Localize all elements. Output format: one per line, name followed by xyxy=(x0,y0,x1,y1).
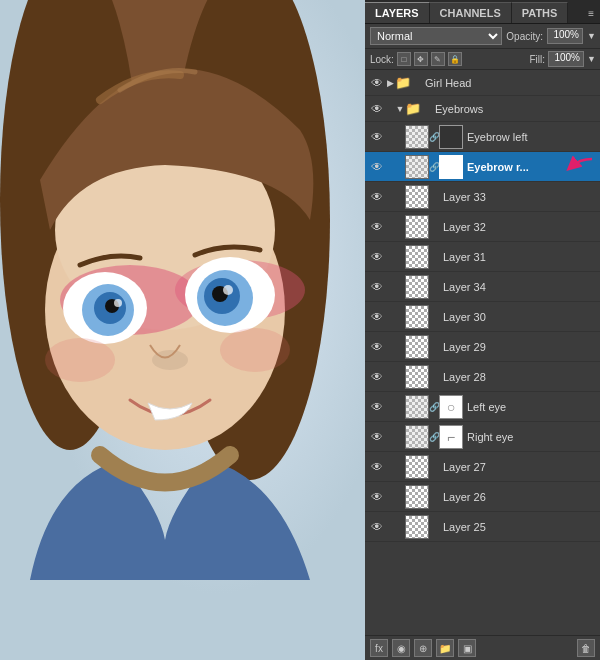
adjustment-layer-button[interactable]: ⊕ xyxy=(414,639,432,657)
svg-point-20 xyxy=(45,338,115,382)
svg-point-13 xyxy=(223,285,233,295)
panel-menu-button[interactable]: ≡ xyxy=(582,4,600,23)
opacity-input[interactable]: 100% xyxy=(547,28,583,44)
tab-bar: LAYERS CHANNELS PATHS ≡ xyxy=(365,0,600,24)
thumb-30 xyxy=(405,305,429,329)
chain-right-eye: 🔗 xyxy=(429,432,439,442)
layer-33[interactable]: 👁 Layer 33 xyxy=(365,182,600,212)
layer-28[interactable]: 👁 Layer 28 xyxy=(365,362,600,392)
expand-eyebrows[interactable]: ▼ xyxy=(395,104,405,114)
new-group-button[interactable]: 📁 xyxy=(436,639,454,657)
ps-panel: LAYERS CHANNELS PATHS ≡ Normal Opacity: … xyxy=(365,0,600,660)
layer-name-33: Layer 33 xyxy=(439,191,596,203)
photo-area xyxy=(0,0,365,660)
visibility-girl-head[interactable]: 👁 xyxy=(369,75,385,91)
fill-input[interactable]: 100% xyxy=(548,51,584,67)
layer-name-28: Layer 28 xyxy=(439,371,596,383)
layer-left-eye[interactable]: 👁 🔗 ○ Left eye xyxy=(365,392,600,422)
layer-girl-head[interactable]: 👁 ▶ 📁 Girl Head xyxy=(365,70,600,96)
layer-32[interactable]: 👁 Layer 32 xyxy=(365,212,600,242)
thumb-25 xyxy=(405,515,429,539)
mask-left-eye: ○ xyxy=(439,395,463,419)
lock-image-button[interactable]: ✥ xyxy=(414,52,428,66)
visibility-34[interactable]: 👁 xyxy=(369,279,385,295)
layer-name-eyebrow-left: Eyebrow left xyxy=(463,131,596,143)
opacity-label: Opacity: xyxy=(506,31,543,42)
layer-30[interactable]: 👁 Layer 30 xyxy=(365,302,600,332)
visibility-eyebrow-left[interactable]: 👁 xyxy=(369,129,385,145)
lock-transparent-button[interactable]: □ xyxy=(397,52,411,66)
fill-label: Fill: xyxy=(529,54,545,65)
chain-eyebrow-left: 🔗 xyxy=(429,132,439,142)
thumb-left-eye xyxy=(405,395,429,419)
fill-arrow: ▼ xyxy=(587,54,595,64)
lock-label: Lock: xyxy=(370,54,394,65)
visibility-32[interactable]: 👁 xyxy=(369,219,385,235)
visibility-29[interactable]: 👁 xyxy=(369,339,385,355)
visibility-25[interactable]: 👁 xyxy=(369,519,385,535)
chain-left-eye: 🔗 xyxy=(429,402,439,412)
layer-name-27: Layer 27 xyxy=(439,461,596,473)
layer-eyebrow-left[interactable]: 👁 🔗 Eyebrow left xyxy=(365,122,600,152)
layer-name-right-eye: Right eye xyxy=(463,431,596,443)
chain-eyebrow-right: 🔗 xyxy=(429,162,439,172)
thumb-31 xyxy=(405,245,429,269)
thumb-26 xyxy=(405,485,429,509)
layer-eyebrow-right[interactable]: 👁 🔗 Eyebrow r... xyxy=(365,152,600,182)
tab-channels[interactable]: CHANNELS xyxy=(430,2,512,23)
visibility-27[interactable]: 👁 xyxy=(369,459,385,475)
thumb-eyebrow-left xyxy=(405,125,429,149)
lock-all-button[interactable]: 🔒 xyxy=(448,52,462,66)
tab-paths[interactable]: PATHS xyxy=(512,2,569,23)
layer-27[interactable]: 👁 Layer 27 xyxy=(365,452,600,482)
delete-layer-button[interactable]: 🗑 xyxy=(577,639,595,657)
layer-name-left-eye: Left eye xyxy=(463,401,596,413)
blend-mode-select[interactable]: Normal xyxy=(370,27,502,45)
layer-name-34: Layer 34 xyxy=(439,281,596,293)
visibility-eyebrows[interactable]: 👁 xyxy=(369,101,385,117)
layer-31[interactable]: 👁 Layer 31 xyxy=(365,242,600,272)
tab-layers[interactable]: LAYERS xyxy=(365,2,430,23)
mask-right-eye: ⌐ xyxy=(439,425,463,449)
new-layer-button[interactable]: ▣ xyxy=(458,639,476,657)
svg-point-21 xyxy=(220,328,290,372)
layer-34[interactable]: 👁 Layer 34 xyxy=(365,272,600,302)
opacity-arrow: ▼ xyxy=(587,31,595,41)
thumb-27 xyxy=(405,455,429,479)
visibility-28[interactable]: 👁 xyxy=(369,369,385,385)
visibility-26[interactable]: 👁 xyxy=(369,489,385,505)
visibility-eyebrow-right[interactable]: 👁 xyxy=(369,159,385,175)
folder-icon-girl-head: 📁 xyxy=(395,76,411,90)
mask-eyebrow-left xyxy=(439,125,463,149)
thumb-32 xyxy=(405,215,429,239)
layer-style-button[interactable]: fx xyxy=(370,639,388,657)
layer-26[interactable]: 👁 Layer 26 xyxy=(365,482,600,512)
layer-name-26: Layer 26 xyxy=(439,491,596,503)
svg-point-18 xyxy=(114,299,122,307)
thumb-29 xyxy=(405,335,429,359)
layer-25[interactable]: 👁 Layer 25 xyxy=(365,512,600,542)
mask-eyebrow-right xyxy=(439,155,463,179)
lock-icons: □ ✥ ✎ 🔒 xyxy=(397,52,462,66)
thumb-eyebrow-right xyxy=(405,155,429,179)
thumb-33 xyxy=(405,185,429,209)
layer-name-25: Layer 25 xyxy=(439,521,596,533)
visibility-left-eye[interactable]: 👁 xyxy=(369,399,385,415)
layer-eyebrows[interactable]: 👁 ▼ 📁 Eyebrows xyxy=(365,96,600,122)
layer-29[interactable]: 👁 Layer 29 xyxy=(365,332,600,362)
blend-opacity-row: Normal Opacity: 100% ▼ xyxy=(365,24,600,49)
visibility-30[interactable]: 👁 xyxy=(369,309,385,325)
add-mask-button[interactable]: ◉ xyxy=(392,639,410,657)
visibility-33[interactable]: 👁 xyxy=(369,189,385,205)
layer-right-eye[interactable]: 👁 🔗 ⌐ Right eye xyxy=(365,422,600,452)
bottom-bar: fx ◉ ⊕ 📁 ▣ 🗑 xyxy=(365,635,600,660)
folder-icon-eyebrows: 📁 xyxy=(405,102,421,116)
layer-name-eyebrows: Eyebrows xyxy=(431,103,596,115)
thumb-34 xyxy=(405,275,429,299)
expand-girl-head[interactable]: ▶ xyxy=(385,78,395,88)
layers-list: 👁 ▶ 📁 Girl Head 👁 ▼ 📁 Eyebrows 👁 🔗 Eyebr… xyxy=(365,70,600,635)
visibility-right-eye[interactable]: 👁 xyxy=(369,429,385,445)
visibility-31[interactable]: 👁 xyxy=(369,249,385,265)
lock-position-button[interactable]: ✎ xyxy=(431,52,445,66)
lock-fill-row: Lock: □ ✥ ✎ 🔒 Fill: 100% ▼ xyxy=(365,49,600,70)
